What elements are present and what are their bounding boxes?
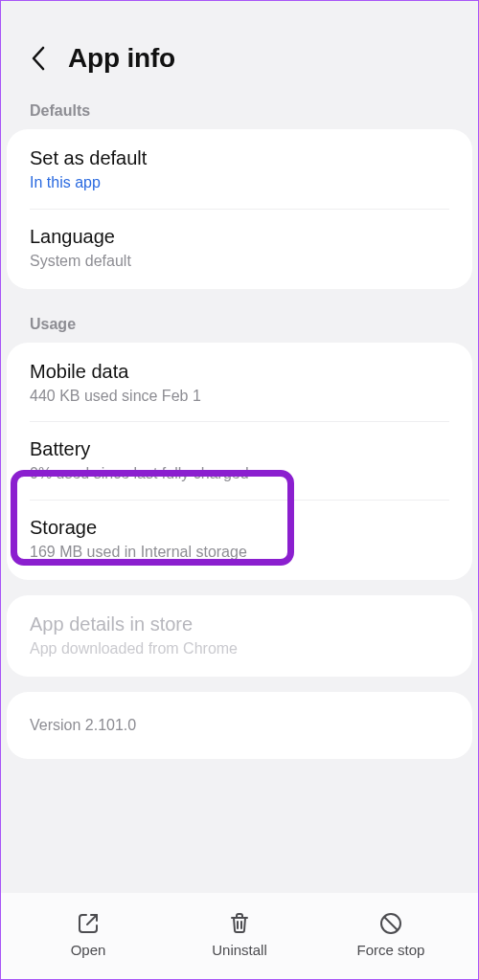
header: App info — [1, 1, 478, 91]
language-sub: System default — [30, 252, 449, 272]
uninstall-button[interactable]: Uninstall — [164, 911, 315, 958]
language-item[interactable]: Language System default — [7, 210, 472, 287]
defaults-card: Set as default In this app Language Syst… — [7, 129, 472, 289]
set-as-default-sub: In this app — [30, 173, 449, 193]
mobile-data-sub: 440 KB used since Feb 1 — [30, 387, 449, 407]
open-label: Open — [71, 942, 106, 958]
page-title: App info — [68, 43, 175, 74]
set-as-default-title: Set as default — [30, 146, 449, 170]
trash-icon — [227, 911, 252, 936]
storage-title: Storage — [30, 516, 449, 540]
stop-icon — [378, 911, 403, 936]
force-stop-label: Force stop — [357, 942, 425, 958]
section-label-defaults: Defaults — [1, 91, 478, 129]
version-card: Version 2.101.0 — [7, 692, 472, 759]
uninstall-label: Uninstall — [212, 942, 267, 958]
open-icon — [76, 911, 101, 936]
force-stop-button[interactable]: Force stop — [315, 911, 467, 958]
storage-sub: 169 MB used in Internal storage — [30, 543, 449, 563]
back-icon[interactable] — [30, 45, 47, 72]
mobile-data-item[interactable]: Mobile data 440 KB used since Feb 1 — [7, 345, 472, 422]
set-as-default-item[interactable]: Set as default In this app — [7, 131, 472, 209]
app-details-title: App details in store — [30, 612, 449, 636]
language-title: Language — [30, 225, 449, 249]
bottom-bar: Open Uninstall Force stop — [1, 893, 478, 979]
version-text: Version 2.101.0 — [7, 694, 472, 757]
mobile-data-title: Mobile data — [30, 360, 449, 384]
section-label-usage: Usage — [1, 304, 478, 343]
usage-card: Mobile data 440 KB used since Feb 1 Batt… — [7, 343, 472, 580]
app-details-item: App details in store App downloaded from… — [7, 597, 472, 675]
open-button[interactable]: Open — [12, 911, 164, 958]
battery-sub: 0% used since last fully charged — [30, 464, 449, 484]
battery-title: Battery — [30, 437, 449, 461]
app-details-sub: App downloaded from Chrome — [30, 639, 449, 659]
battery-item[interactable]: Battery 0% used since last fully charged — [7, 422, 472, 500]
app-details-card: App details in store App downloaded from… — [7, 595, 472, 677]
storage-item[interactable]: Storage 169 MB used in Internal storage — [7, 501, 472, 578]
